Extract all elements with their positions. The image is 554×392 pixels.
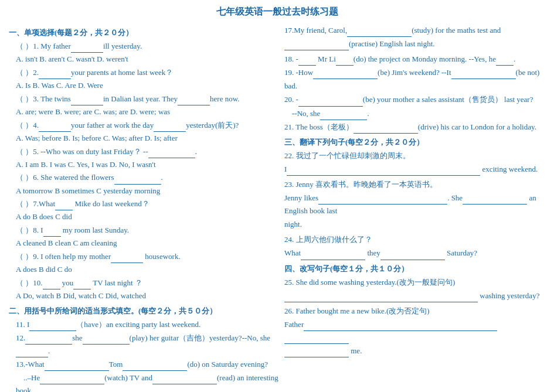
q21: 21. The boss（老板）(drive) his car to Londo… xyxy=(284,121,545,134)
q13: 13.-WhatTom(do) on Saturday evening? xyxy=(9,358,278,371)
q6: （ ）6. She watered the flowers. xyxy=(9,171,278,184)
q3-options: A. are; were B. were; are C. was; are D.… xyxy=(9,106,278,118)
q2-options: A. Is B. Was C. Are D. Were xyxy=(9,80,278,92)
section3-title: 三、翻译下列句子(每空２分，共２０分） xyxy=(284,137,545,148)
q25: 25. She did some washing yesterday.(改为一般… xyxy=(284,276,545,289)
q7: （ ）7.What Mike do last weekend？ xyxy=(9,197,278,210)
q23c: night. xyxy=(284,218,545,231)
q5: （ ）5. --Who was on duty last Friday？ --. xyxy=(9,145,278,158)
q26b: Father xyxy=(284,318,545,344)
right-column: 17.My friend, Carol,(study) for the math… xyxy=(284,24,545,392)
q6-options: A tomorrow B sometimes C yesterday morni… xyxy=(9,185,278,197)
q4: （ ）4.your father at work the dayyesterda… xyxy=(9,119,278,132)
q17b: (practise) English last night. xyxy=(284,38,545,50)
q22: 22. 我过了一个忙碌但却刺激的周末。 xyxy=(284,149,545,162)
q7-options: A do B does C did xyxy=(9,211,278,223)
q23: 23. Jenny 喜欢看书。昨晚她看了一本英语书。 xyxy=(284,178,545,191)
q4-options: A. Was; before B. Is; before C. Was; aft… xyxy=(9,132,278,145)
q5-options: A. I am B. I was C. Yes, I was D. No, I … xyxy=(9,159,278,171)
q13b: ..–He(watch) TV and(read) an interesting… xyxy=(9,371,278,392)
q12: 12.she(play) her guitar（吉他）yesterday?--N… xyxy=(9,332,278,357)
section2-title: 二、用括号中所给词的适当形式填空。(每空２分，共５０分） xyxy=(9,306,278,316)
q10: （ ）10. you TV last night ？ xyxy=(9,277,278,289)
q9: （ ）9. I often help my mother housework. xyxy=(9,250,278,263)
q10-options: A Do, watch B Did, watch C Did, watched xyxy=(9,290,278,302)
q19: 19. -How(be) Jim's weekend? --It(be not) xyxy=(284,66,545,79)
left-column: 一、单项选择(每题２分，共２０分） （ ）1. My fatherill yes… xyxy=(9,24,278,392)
q24b: What they Saturday? xyxy=(284,247,545,260)
q11: 11. I（have）an exciting party last weeken… xyxy=(9,318,278,331)
q25b: washing yesterday? xyxy=(284,289,545,302)
q22b: I exciting weekend. xyxy=(284,163,545,176)
section1-title: 一、单项选择(每题２分，共２０分） xyxy=(9,28,278,38)
page-title: 七年级英语一般过去时练习题 xyxy=(9,6,545,18)
q8-options: A cleaned B clean C am cleaning xyxy=(9,237,278,250)
q24: 24. 上周六他们做什么了？ xyxy=(284,233,545,246)
q26c: me. xyxy=(284,345,545,357)
q9-options: A does B did C do xyxy=(9,264,278,276)
q20b: --No, she. xyxy=(284,107,545,120)
q18: 18. - Mr Li(do) the project on Monday mo… xyxy=(284,53,545,66)
q8: （ ）8. I my room last Sunday. xyxy=(9,224,278,237)
q23b: Jenny likes. She an English book last xyxy=(284,192,545,217)
q1: （ ）1. My fatherill yesterday. xyxy=(9,40,278,53)
q17: 17.My friend, Carol,(study) for the math… xyxy=(284,24,545,37)
q1-options: A. isn't B. aren't C. wasn't D. weren't xyxy=(9,53,278,66)
q19b: bad. xyxy=(284,80,545,93)
q20: 20. -(be) your mother a sales assistant（… xyxy=(284,93,545,106)
section4-title: 四、改写句子(每空１分，共１０分） xyxy=(284,264,545,274)
q3: （ ）3. The twinsin Dalian last year. They… xyxy=(9,93,278,105)
q26: 26. Father bought me a new bike.(改为否定句) xyxy=(284,305,545,318)
q2: （ ）2.your parents at home last week？ xyxy=(9,66,278,79)
